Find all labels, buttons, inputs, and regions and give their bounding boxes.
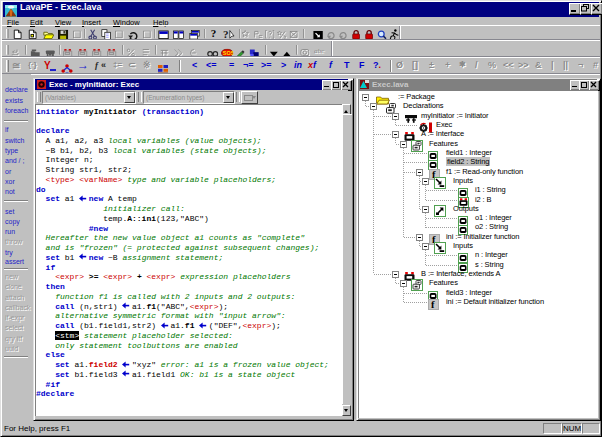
svg-text:f: f — [431, 299, 435, 310]
